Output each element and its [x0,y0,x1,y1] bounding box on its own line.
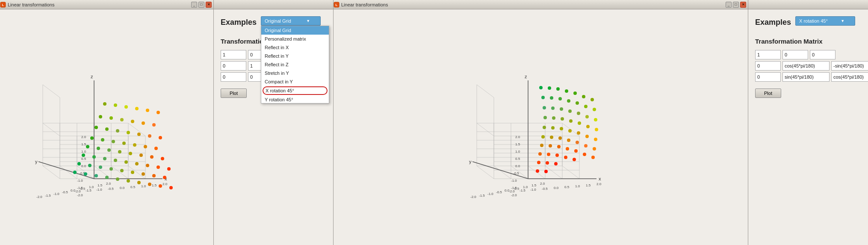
far-right-matrix-row-2 [755,61,861,71]
svg-point-102 [163,176,166,179]
svg-point-56 [156,111,160,114]
svg-point-90 [135,162,139,165]
far-right-matrix-section [755,50,861,82]
svg-point-213 [560,107,563,111]
dropdown-item-x-rotation[interactable]: X rotation 45° [263,86,328,95]
svg-point-192 [585,135,589,138]
svg-point-68 [148,134,151,138]
svg-text:-1.5: -1.5 [479,194,485,198]
svg-point-210 [564,156,567,159]
far-right-matrix-r3c1[interactable] [755,72,781,82]
matrix-r3c1[interactable] [221,72,246,82]
far-right-matrix-r3c3[interactable] [831,72,868,82]
dropdown-item-stretch-y[interactable]: Stretch in Y [261,69,329,77]
dropdown-item-original-grid[interactable]: Original Grid [261,26,329,35]
svg-text:0.0: 0.0 [120,186,125,190]
svg-text:-2.0: -2.0 [470,195,476,199]
plot-button-right[interactable]: Plot [755,89,781,98]
close-btn-left[interactable]: ✕ [206,2,212,8]
title-bars-container: L Linear transformations _ □ ✕ L Linear … [0,0,868,9]
minimize-btn-left[interactable]: _ [191,2,197,8]
svg-point-196 [576,101,579,105]
svg-line-16 [43,166,60,179]
svg-point-79 [107,148,111,152]
svg-point-53 [124,105,128,109]
svg-text:-2.0: -2.0 [36,195,42,199]
far-right-matrix-row-3 [755,72,861,82]
svg-text:0.5: 0.5 [81,157,86,161]
svg-point-60 [131,120,134,123]
svg-point-216 [558,136,562,140]
maximize-btn-right[interactable]: □ [733,2,739,8]
matrix-r1c1[interactable] [221,50,246,59]
maximize-btn-left[interactable]: □ [198,2,204,8]
svg-text:2.0: 2.0 [81,135,86,139]
far-right-matrix-r1c2[interactable] [782,50,808,59]
svg-point-222 [551,106,555,110]
svg-line-20 [111,166,128,179]
far-right-matrix-r2c2[interactable] [782,61,830,71]
svg-point-82 [139,153,143,157]
svg-point-89 [124,160,128,164]
svg-point-187 [591,156,595,159]
svg-text:1.0: 1.0 [515,150,520,153]
far-right-dropdown-btn[interactable]: X rotation 45° ▼ [795,16,855,26]
dropdown-selected-value: Original Grid [265,18,291,24]
svg-text:0.5: 0.5 [515,157,520,161]
dropdown-item-reflect-x[interactable]: Reflect in X [261,43,329,52]
svg-point-190 [585,115,589,118]
dropdown-item-y-rotation[interactable]: Y rotation 45° [261,95,329,103]
svg-text:2.0: 2.0 [106,182,111,186]
svg-point-208 [567,139,570,142]
far-right-matrix-r3c2[interactable] [782,72,830,82]
plot-button-left[interactable]: Plot [221,89,247,98]
svg-point-59 [120,118,124,121]
svg-text:y: y [469,159,472,164]
svg-point-231 [541,96,545,99]
dropdown-arrow-icon: ▼ [306,19,310,23]
close-btn-right[interactable]: ✕ [740,2,746,8]
title-left: Linear transformations [8,2,54,7]
dropdown-item-reflect-y[interactable]: Reflect in Y [261,52,329,60]
svg-line-149 [477,123,494,136]
svg-point-225 [550,136,553,139]
svg-point-84 [161,157,164,160]
svg-point-74 [133,143,136,147]
middle-panel: Examples Original Grid ▼ Original Grid P… [214,9,334,245]
svg-point-57 [99,115,102,118]
far-right-matrix-r2c1[interactable] [755,61,781,71]
svg-line-148 [562,166,579,179]
svg-point-72 [112,140,115,143]
svg-point-200 [576,141,579,144]
far-right-matrix-r1c1[interactable] [755,50,781,59]
svg-point-92 [156,165,160,169]
svg-text:-1.0: -1.0 [530,188,536,192]
examples-dropdown-btn[interactable]: Original Grid ▼ [261,16,321,26]
svg-point-80 [118,150,121,153]
svg-point-235 [541,135,545,139]
svg-text:0.5: 0.5 [514,187,520,191]
svg-point-109 [137,181,141,184]
right-graph-panel: x y z 2.0 1.5 1.0 0.5 0.0 -0.5 -1.0 -1.5… [334,9,748,245]
svg-text:0.0: 0.0 [81,164,86,168]
svg-point-52 [114,103,117,107]
svg-text:1.5: 1.5 [515,142,520,146]
dropdown-item-compact-y[interactable]: Compact in Y [261,77,329,86]
minimize-btn-right[interactable]: _ [726,2,732,8]
svg-point-73 [122,142,126,145]
svg-point-64 [105,127,109,131]
matrix-r2c1[interactable] [221,61,246,71]
svg-text:0.0: 0.0 [554,186,559,190]
svg-line-37 [43,85,60,97]
svg-point-95 [88,164,92,167]
svg-point-186 [593,147,596,151]
app-icon-right: L [334,2,340,8]
dropdown-item-personalized[interactable]: Personalized matrix [261,35,329,43]
dropdown-scroll-area[interactable]: Original Grid Personalized matrix Reflec… [261,26,329,103]
svg-point-99 [131,171,134,174]
svg-point-66 [127,131,130,134]
dropdown-item-reflect-z[interactable]: Reflect in Z [261,60,329,69]
far-right-matrix-r2c3[interactable] [831,61,868,71]
svg-point-234 [543,126,546,129]
far-right-matrix-r1c3[interactable] [810,50,836,59]
